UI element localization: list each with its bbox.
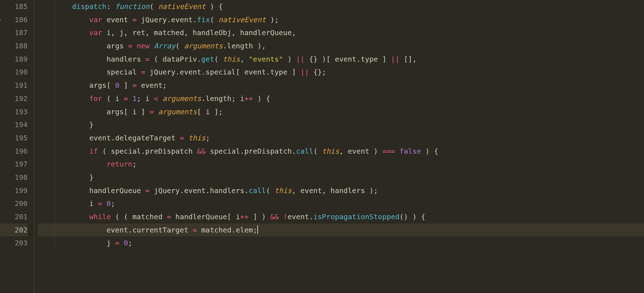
code-token: false [400,147,421,155]
indent-guide [54,0,55,13]
code-line[interactable]: for ( i = 1; i < arguments.length; i++ )… [38,92,644,105]
code-line[interactable]: args = new Array( arguments.length ), [38,39,644,53]
code-line[interactable]: while ( ( matched = handlerQueue[ i++ ] … [38,210,644,224]
code-area[interactable]: dispatch: function( nativeEvent ) { var … [34,0,644,293]
code-token: , event, handlers ); [292,186,378,195]
line-number[interactable]: 196 [0,145,28,158]
code-token: var [89,15,102,24]
code-token [102,199,107,208]
code-token: ; [128,239,132,247]
code-token: : [107,2,111,11]
line-number[interactable]: 197 [0,158,28,171]
code-token: args[ i ] [107,107,150,116]
code-token: while [89,212,111,221]
line-number[interactable]: 203 [0,236,28,250]
code-token: ( [214,55,223,63]
code-token: i, j, ret, matched, handleObj, handlerQu… [102,28,296,37]
line-number[interactable]: 199 [0,184,28,197]
indent-guide [54,224,55,237]
code-token: ) { [421,147,438,155]
code-token: event.delegateTarget [89,134,180,142]
code-token: ++ [244,94,253,103]
line-number[interactable]: 191 [0,79,28,92]
code-token: 0 [107,199,111,208]
line-number[interactable]: 186 [0,13,28,27]
code-line[interactable]: var event = jQuery.event.fix( nativeEven… [38,13,644,27]
code-token: ; [206,134,210,142]
code-token: jQuery.event.handlers. [150,186,249,195]
code-token [128,94,132,103]
code-token: special [107,68,141,76]
indent-guide [54,236,55,250]
code-token: ++ [240,212,249,221]
code-token: ); [266,15,279,24]
code-token: arguments [162,94,201,103]
code-token: ( [175,42,184,50]
code-token: this [223,55,240,63]
line-number[interactable]: 187 [0,26,28,39]
code-token: handlers [107,55,145,63]
line-number[interactable]: 185 [0,0,28,13]
indent-guide [54,118,55,131]
code-token: () ) { [400,212,425,221]
line-number[interactable]: 200 [0,197,28,210]
code-line[interactable]: event.currentTarget = matched.elem; [38,224,644,237]
code-token: } [89,173,94,182]
code-line[interactable]: return; [38,158,644,171]
code-token: = [115,239,119,247]
code-line[interactable]: } [38,118,644,131]
line-number[interactable]: 188 [0,39,28,53]
line-number[interactable]: 192 [0,92,28,105]
code-token: = [132,15,137,24]
code-line[interactable]: var i, j, ret, matched, handleObj, handl… [38,26,644,39]
code-token: = [145,55,150,63]
line-number[interactable]: 189 [0,53,28,66]
code-token: function [115,2,150,11]
code-line[interactable]: i = 0; [38,197,644,210]
code-token: args[ [89,81,115,90]
code-token: ; [111,199,115,208]
code-token [111,2,115,11]
code-token: = [192,226,197,234]
indent-guide [54,26,55,39]
line-number[interactable]: 193 [0,105,28,119]
code-line[interactable]: j = 0; [38,236,644,250]
code-line[interactable]: args[ i ] = arguments[ i ]; [38,105,644,119]
code-token: nativeEvent [219,15,266,24]
code-token: args [107,42,128,50]
code-line[interactable]: handlers = ( dataPriv.get( this, "events… [38,53,644,66]
line-number[interactable]: 195 [0,131,28,145]
line-number-gutter[interactable]: 1851861871881891901911921931941951961971… [0,0,34,293]
line-number[interactable]: 202 [0,224,28,237]
line-number[interactable]: 194 [0,118,28,131]
code-token: i [89,199,98,208]
indent-guide [54,171,55,184]
code-line[interactable]: handlerQueue = jQuery.event.handlers.cal… [38,184,644,197]
code-token: || [301,68,309,76]
indent-guide [54,66,55,79]
code-token: {} )[ event.type ] [305,55,391,63]
line-number[interactable]: 201 [0,210,28,224]
indent-guide [54,53,55,66]
code-line[interactable]: dispatch: function( nativeEvent ) { [38,0,644,13]
code-line[interactable]: } [38,171,644,184]
code-token: && [197,147,206,155]
code-token: ( [210,15,219,24]
code-line[interactable]: if ( special.preDispatch && special.preD… [38,145,644,158]
code-token: ( special.preDispatch [98,147,197,155]
code-line[interactable]: event.delegateTarget = this; [38,131,644,145]
code-token: this [274,186,292,195]
code-line[interactable]: args[ 0 ] = event; [38,79,644,92]
indent-guide [54,184,55,197]
code-token: ( i [102,94,124,103]
code-line[interactable]: special = jQuery.event.special[ event.ty… [38,66,644,79]
line-number[interactable]: 198 [0,171,28,184]
code-token: Array [154,42,175,50]
code-token: .length; i [201,94,244,103]
line-number[interactable]: 190 [0,66,28,79]
code-token: handlerQueue [89,186,146,195]
code-editor[interactable]: 1851861871881891901911921931941951961971… [0,0,644,293]
indent-guide [54,131,55,145]
indent-guide [54,210,55,224]
text-cursor [257,225,258,234]
